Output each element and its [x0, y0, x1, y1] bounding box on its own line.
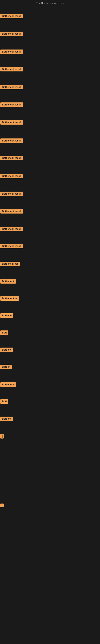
result-row-7: Bottleneck result	[0, 120, 23, 126]
bottleneck-result-label-23[interactable]: Bott	[0, 399, 8, 404]
result-row-1: Bottleneck result	[0, 14, 23, 19]
result-row-22: Bottleneck	[0, 382, 16, 388]
result-row-19: Bott	[0, 330, 8, 336]
bottleneck-result-label-15[interactable]: Bottleneck res	[0, 262, 20, 266]
result-row-3: Bottleneck result	[0, 50, 23, 55]
bottleneck-result-label-12[interactable]: Bottleneck result	[0, 209, 23, 214]
result-row-25: |	[0, 434, 3, 439]
bottleneck-result-label-24[interactable]: Bottlene	[0, 416, 13, 421]
bottleneck-result-label-2[interactable]: Bottleneck result	[0, 32, 23, 36]
bottleneck-result-label-26[interactable]: ...	[0, 504, 3, 507]
result-row-15: Bottleneck res	[0, 262, 20, 267]
bottleneck-result-label-14[interactable]: Bottleneck result	[0, 244, 23, 248]
bottleneck-result-label-20[interactable]: Bottlene	[0, 348, 13, 352]
bottleneck-result-label-8[interactable]: Bottleneck result	[0, 138, 23, 143]
site-title: TheBottlenecker.com	[0, 0, 100, 6]
result-row-21: Bottlen	[0, 365, 12, 370]
result-row-4: Bottleneck result	[0, 67, 23, 72]
result-row-14: Bottleneck result	[0, 244, 23, 249]
bottleneck-result-label-18[interactable]: Bottlene	[0, 313, 13, 318]
bottleneck-result-label-25[interactable]: |	[0, 434, 3, 438]
bottleneck-result-label-16[interactable]: Bottleneck	[0, 279, 16, 284]
bottleneck-result-label-9[interactable]: Bottleneck result	[0, 156, 23, 160]
result-row-17: Bottleneck re	[0, 296, 19, 302]
bottleneck-result-label-3[interactable]: Bottleneck result	[0, 50, 23, 54]
result-row-13: Bottleneck result	[0, 227, 23, 232]
result-row-11: Bottleneck result	[0, 192, 23, 197]
bottleneck-result-label-21[interactable]: Bottlen	[0, 365, 12, 369]
bottleneck-result-label-4[interactable]: Bottleneck result	[0, 67, 23, 72]
bottleneck-result-label-13[interactable]: Bottleneck result	[0, 227, 23, 231]
result-row-24: Bottlene	[0, 416, 13, 422]
result-row-16: Bottleneck	[0, 279, 16, 284]
bottleneck-result-label-7[interactable]: Bottleneck result	[0, 120, 23, 124]
bottleneck-result-label-6[interactable]: Bottleneck result	[0, 102, 23, 107]
bottleneck-result-label-1[interactable]: Bottleneck result	[0, 14, 23, 18]
result-row-23: Bott	[0, 399, 8, 404]
result-row-9: Bottleneck result	[0, 156, 23, 161]
result-row-2: Bottleneck result	[0, 32, 23, 37]
result-row-12: Bottleneck result	[0, 209, 23, 214]
result-row-6: Bottleneck result	[0, 102, 23, 108]
result-row-8: Bottleneck result	[0, 138, 23, 144]
bottleneck-result-label-5[interactable]: Bottleneck result	[0, 85, 23, 89]
result-row-10: Bottleneck result	[0, 174, 23, 179]
result-row-26: ...	[0, 504, 3, 508]
result-row-5: Bottleneck result	[0, 85, 23, 90]
result-row-18: Bottlene	[0, 313, 13, 318]
bottleneck-result-label-10[interactable]: Bottleneck result	[0, 174, 23, 178]
bottleneck-result-label-11[interactable]: Bottleneck result	[0, 192, 23, 196]
bottleneck-result-label-17[interactable]: Bottleneck re	[0, 296, 19, 301]
bottleneck-result-label-19[interactable]: Bott	[0, 330, 8, 335]
result-row-20: Bottlene	[0, 348, 13, 353]
bottleneck-result-label-22[interactable]: Bottleneck	[0, 382, 16, 387]
